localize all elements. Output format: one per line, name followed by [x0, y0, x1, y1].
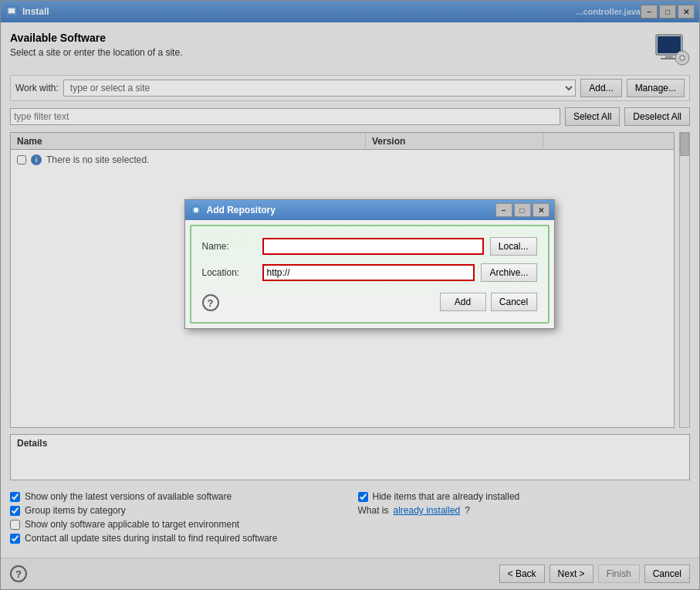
checkbox-contact-update-sites[interactable] [10, 534, 20, 544]
checkbox-group-category-label: Group items by category [25, 505, 126, 516]
page-subtitle: Select a site or enter the location of a… [10, 47, 645, 58]
checkbox-target-env-label: Show only software applicable to target … [25, 519, 239, 530]
work-with-label: Work with: [15, 83, 59, 93]
window-icon [5, 5, 18, 18]
maximize-button[interactable]: □ [659, 5, 676, 19]
dialog-controls: – □ ✕ [495, 203, 550, 217]
svg-point-8 [681, 56, 684, 59]
next-button[interactable]: Next > [550, 565, 593, 583]
dialog-title-bar: Add Repository – □ ✕ [185, 200, 554, 220]
location-label: Location: [202, 267, 256, 278]
location-input[interactable] [262, 264, 475, 281]
checkbox-row-right-1: Hide items that are already installed [358, 491, 691, 502]
already-installed-prefix: What is [358, 505, 389, 516]
dialog-add-button[interactable]: Add [440, 293, 486, 311]
checkbox-row-right-2: What is already installed ? [358, 505, 691, 516]
help-icon[interactable]: ? [10, 565, 27, 582]
svg-rect-1 [8, 8, 15, 13]
checkbox-target-env[interactable] [10, 520, 20, 530]
list-header: Name Version [11, 133, 674, 150]
dialog-icon [190, 204, 202, 216]
dialog-maximize-button[interactable]: □ [514, 203, 531, 217]
add-site-button[interactable]: Add... [580, 79, 621, 97]
local-button[interactable]: Local... [490, 237, 537, 256]
checkbox-row-4: Contact all update sites during install … [10, 533, 690, 544]
bottom-buttons: < Back Next > Finish Cancel [499, 565, 690, 583]
checkboxes-section: Show only the latest versions of availab… [10, 487, 690, 548]
checkbox-hide-installed-label: Hide items that are already installed [373, 491, 520, 502]
already-installed-link[interactable]: already installed [394, 505, 461, 516]
header-icon [653, 32, 690, 69]
finish-button[interactable]: Finish [598, 565, 640, 583]
deselect-all-button[interactable]: Deselect All [624, 107, 690, 126]
list-scrollbar[interactable] [679, 132, 690, 428]
cancel-button[interactable]: Cancel [644, 565, 690, 583]
dialog-cancel-button[interactable]: Cancel [491, 293, 537, 311]
title-bar: Install ...controller.java – □ ✕ [1, 1, 699, 22]
name-label: Name: [202, 241, 256, 252]
close-button[interactable]: ✕ [678, 5, 695, 19]
minimize-button[interactable]: – [641, 5, 658, 19]
svg-rect-4 [665, 55, 673, 58]
dialog-action-buttons: Add Cancel [440, 293, 537, 311]
select-all-button[interactable]: Select All [565, 107, 620, 126]
work-with-select[interactable]: type or select a site [63, 80, 576, 97]
checkbox-group-category[interactable] [10, 506, 20, 516]
back-button[interactable]: < Back [499, 565, 545, 583]
checkbox-hide-installed[interactable] [358, 492, 368, 502]
header-text: Available Software Select a site or ente… [10, 32, 645, 58]
filter-input[interactable] [10, 108, 560, 125]
details-section: Details [10, 434, 690, 480]
window-controls: – □ ✕ [641, 5, 695, 19]
window-subtitle: ...controller.java [576, 7, 641, 16]
window-title: Install [22, 6, 573, 17]
checkbox-row-2: Group items by category [10, 505, 343, 516]
dialog-close-button[interactable]: ✕ [533, 203, 550, 217]
work-with-row: Work with: type or select a site Add... … [10, 75, 690, 101]
dialog-help-icon[interactable]: ? [202, 294, 219, 311]
dialog-title: Add Repository [207, 205, 495, 215]
location-field-row: Location: Archive... [202, 263, 537, 282]
manage-button[interactable]: Manage... [627, 79, 685, 97]
checkbox-latest-versions[interactable] [10, 492, 20, 502]
item-label: There is no site selected. [46, 154, 149, 165]
name-input[interactable] [262, 238, 484, 255]
add-repository-dialog: Add Repository – □ ✕ Name: Local... Loca… [184, 199, 555, 329]
already-installed-suffix: ? [465, 505, 470, 516]
details-label: Details [17, 438, 47, 449]
info-icon: i [31, 154, 42, 165]
header-section: Available Software Select a site or ente… [10, 32, 690, 69]
dialog-minimize-button[interactable]: – [495, 203, 512, 217]
checkbox-row-3: Show only software applicable to target … [10, 519, 343, 530]
page-title: Available Software [10, 32, 645, 44]
checkbox-latest-versions-label: Show only the latest versions of availab… [25, 491, 232, 502]
svg-point-10 [194, 208, 198, 212]
checkbox-row-1: Show only the latest versions of availab… [10, 491, 343, 502]
col-name-header: Name [11, 133, 366, 149]
name-field-row: Name: Local... [202, 237, 537, 256]
item-checkbox[interactable] [17, 155, 26, 164]
col-version-header: Version [366, 133, 543, 149]
checkbox-contact-update-sites-label: Contact all update sites during install … [25, 533, 278, 544]
bottom-bar: ? < Back Next > Finish Cancel [1, 558, 699, 589]
svg-rect-3 [658, 36, 681, 53]
dialog-help-row: ? Add Cancel [202, 293, 537, 311]
dialog-content: Name: Local... Location: Archive... ? Ad… [190, 225, 550, 324]
archive-button[interactable]: Archive... [481, 263, 536, 282]
filter-area: Select All Deselect All [10, 107, 690, 126]
list-item: i There is no site selected. [14, 153, 671, 167]
